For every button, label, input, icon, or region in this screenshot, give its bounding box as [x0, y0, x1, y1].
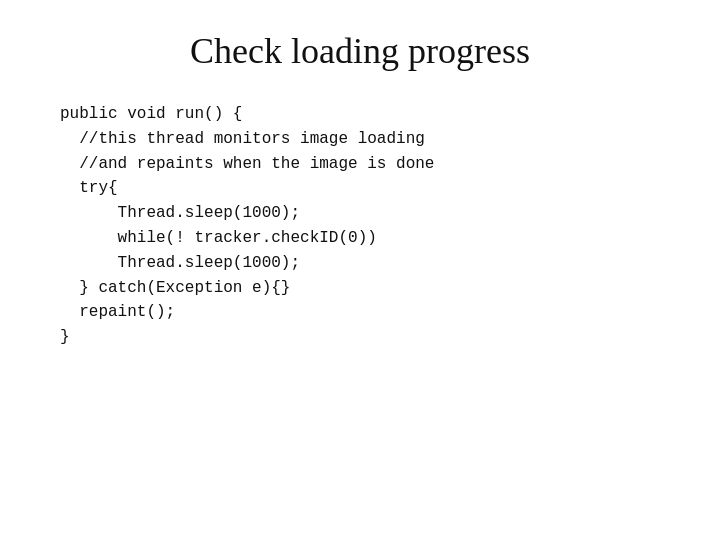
- page-container: Check loading progress public void run()…: [0, 0, 720, 540]
- page-title: Check loading progress: [190, 30, 530, 72]
- code-block: public void run() { //this thread monito…: [60, 102, 434, 350]
